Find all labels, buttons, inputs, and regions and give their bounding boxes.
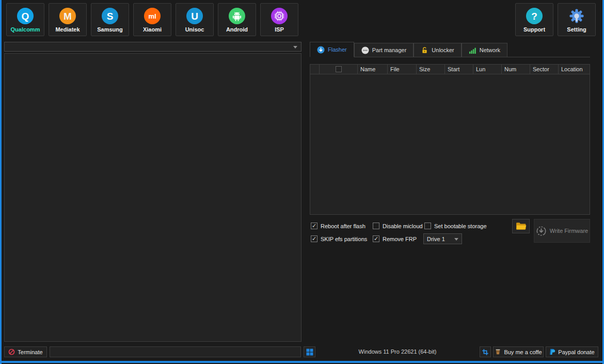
combobox-value	[5, 42, 301, 44]
flash-progressbar	[50, 346, 301, 357]
support-button[interactable]: ? Support	[515, 3, 553, 36]
partition-table-header: Name File Size Start Lun Num Sector Loca…	[310, 65, 590, 74]
padlock-icon	[421, 46, 428, 54]
window-frame	[0, 361, 604, 363]
folder-icon	[516, 222, 527, 230]
paypal-icon	[549, 349, 555, 355]
brand-label: Unisoc	[185, 26, 204, 33]
isp-chip-icon	[271, 7, 288, 25]
checkbox-box[interactable]: ✓	[311, 223, 317, 229]
signal-bars-icon	[469, 46, 476, 54]
brand-label: ISP	[275, 26, 284, 33]
brand-button-xiaomi[interactable]: mI Xiaomi	[133, 3, 171, 36]
checkbox-set-bootable-storage[interactable]: ✓ Set bootable storage	[424, 223, 487, 229]
table-col-location[interactable]: Location	[559, 65, 590, 74]
log-output-area[interactable]	[4, 53, 301, 342]
brand-button-unisoc[interactable]: U Unisoc	[176, 3, 214, 36]
crop-icon	[482, 349, 489, 356]
table-col-start[interactable]: Start	[445, 65, 473, 74]
paypal-donate-button[interactable]: Paypal donate	[546, 346, 598, 357]
checkbox-remove-frp[interactable]: ✓ Remove FRP	[373, 235, 417, 242]
checkbox-box[interactable]: ✓	[373, 235, 379, 242]
write-firmware-label: Write Firmware	[550, 228, 588, 234]
unisoc-icon: U	[186, 7, 203, 25]
checkbox-skip-efs-partitions[interactable]: ✓ SKIP efs partitions	[311, 235, 367, 242]
svg-text:mI: mI	[148, 12, 156, 20]
chevron-down-icon	[454, 238, 458, 241]
windows-info-button[interactable]	[304, 346, 315, 357]
checkbox-label: Set bootable storage	[434, 223, 487, 229]
tab-label: Unlocker	[432, 47, 454, 53]
brand-label: Xiaomi	[143, 26, 162, 33]
gear-icon	[568, 7, 585, 25]
setting-label: Setting	[567, 26, 586, 33]
brand-button-samsung[interactable]: S Samsung	[91, 3, 129, 36]
paypal-donate-label: Paypal donate	[558, 349, 594, 355]
table-col-select[interactable]	[320, 65, 358, 74]
svg-text:U: U	[191, 10, 198, 21]
brand-button-qualcomm[interactable]: Q Qualcomm	[6, 3, 44, 36]
tab-flasher[interactable]: Flasher	[310, 42, 354, 57]
svg-text:Q: Q	[22, 10, 29, 21]
tab-label: Network	[480, 47, 500, 53]
checkbox-reboot-after-flash[interactable]: ✓ Reboot after flash	[311, 223, 365, 229]
os-version-text: Windows 11 Pro 22621 (64-bit)	[330, 346, 465, 357]
setting-button[interactable]: Setting	[558, 3, 596, 36]
screenshot-button[interactable]	[480, 346, 491, 357]
checkbox-disable-micloud[interactable]: ✓ Disable micloud	[373, 223, 423, 229]
drive-select[interactable]: Drive 1	[423, 233, 462, 244]
open-firmware-folder-button[interactable]	[512, 219, 530, 233]
checkbox-box[interactable]: ✓	[373, 223, 379, 229]
flasher-download-icon	[317, 46, 325, 54]
table-col-size[interactable]: Size	[417, 65, 445, 74]
check-icon: ✓	[312, 223, 316, 229]
brand-toolbar: Q Qualcomm M Mediatek S Samsung mI Xiaom…	[6, 3, 298, 36]
checkbox-label: SKIP efs partitions	[321, 236, 367, 242]
checkbox-box[interactable]: ✓	[311, 235, 317, 242]
checkbox-box[interactable]: ✓	[424, 223, 431, 229]
table-col-file[interactable]: File	[388, 65, 417, 74]
brand-button-android[interactable]: Android	[218, 3, 256, 36]
checkbox-label: Remove FRP	[383, 236, 417, 242]
tab-unlocker[interactable]: Unlocker	[414, 43, 461, 57]
support-label: Support	[523, 26, 545, 33]
android-icon	[228, 7, 246, 25]
select-all-checkbox[interactable]	[336, 66, 342, 72]
xiaomi-icon: mI	[144, 7, 161, 25]
tab-bar: Flasher Part manager Unlocker Network	[310, 42, 590, 57]
brand-label: Mediatek	[55, 26, 80, 33]
coffee-cup-icon	[495, 349, 501, 355]
brand-button-isp[interactable]: ISP	[260, 3, 298, 36]
buy-coffee-button[interactable]: Buy me a coffe	[493, 346, 544, 357]
ellipsis-icon	[361, 46, 369, 54]
help-icon: ?	[526, 7, 543, 25]
check-icon: ✓	[374, 236, 378, 242]
chevron-down-icon	[293, 46, 297, 49]
brand-button-mediatek[interactable]: M Mediatek	[49, 3, 87, 36]
write-firmware-button[interactable]: Write Firmware	[534, 219, 590, 243]
mediatek-icon: M	[59, 7, 76, 25]
utility-toolbar: ? Support Setting	[515, 3, 596, 36]
qualcomm-icon: Q	[17, 7, 34, 25]
drive-select-value: Drive 1	[427, 236, 445, 242]
table-col-lun[interactable]: Lun	[473, 65, 502, 74]
window-frame	[0, 0, 2, 364]
brand-label: Android	[226, 26, 248, 33]
table-col-name[interactable]: Name	[358, 65, 388, 74]
svg-text:M: M	[63, 10, 72, 21]
tab-label: Flasher	[328, 46, 347, 53]
device-port-combobox[interactable]	[4, 42, 301, 52]
windows-logo-icon	[306, 349, 313, 356]
checkbox-label: Reboot after flash	[321, 223, 365, 229]
partition-table: Name File Size Start Lun Num Sector Loca…	[310, 64, 590, 215]
check-icon: ✓	[312, 236, 316, 242]
checkbox-label: Disable micloud	[383, 223, 423, 229]
no-entry-icon	[8, 349, 15, 355]
download-circle-icon	[536, 226, 547, 236]
terminate-button[interactable]: Terminate	[4, 346, 47, 357]
tab-part-manager[interactable]: Part manager	[354, 43, 414, 57]
tab-network[interactable]: Network	[462, 43, 507, 57]
app-window: Q Qualcomm M Mediatek S Samsung mI Xiaom…	[0, 0, 604, 364]
table-col-num[interactable]: Num	[502, 65, 530, 74]
table-col-sector[interactable]: Sector	[530, 65, 559, 74]
